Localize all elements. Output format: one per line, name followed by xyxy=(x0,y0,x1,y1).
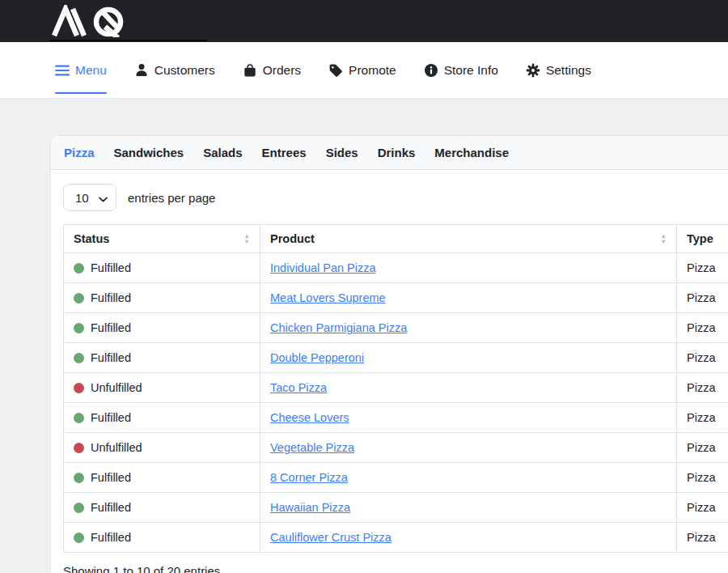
status-dot-icon xyxy=(74,323,84,333)
showing-entries-summary: Showing 1 to 10 of 20 entries xyxy=(63,564,728,573)
tab-drinks[interactable]: Drinks xyxy=(378,146,416,159)
status-dot-icon xyxy=(74,383,84,393)
tab-merchandise[interactable]: Merchandise xyxy=(434,146,509,159)
aiq-logo-icon xyxy=(52,5,139,37)
product-link[interactable]: 8 Corner Pizza xyxy=(270,471,348,484)
product-link[interactable]: Cauliflower Crust Pizza xyxy=(270,531,392,544)
column-label: Status xyxy=(74,232,109,245)
primary-nav: Menu Customers Orders Promote Store Info… xyxy=(0,42,728,99)
tab-sandwiches[interactable]: Sandwiches xyxy=(114,146,184,159)
logo-underline-strip xyxy=(50,40,207,41)
tag-icon xyxy=(328,63,343,78)
nav-item-label: Store Info xyxy=(444,63,498,78)
product-link[interactable]: Individual Pan Pizza xyxy=(270,261,376,274)
nav-item-label: Orders xyxy=(263,63,301,78)
status-label: Unfulfilled xyxy=(91,381,142,394)
status-dot-icon xyxy=(74,353,84,363)
nav-item-customers[interactable]: Customers xyxy=(134,42,215,98)
type-label: Pizza xyxy=(687,381,715,394)
status-dot-icon xyxy=(74,293,84,303)
card-body: 10 entries per page Status▲▼ Product▲ xyxy=(51,170,728,573)
table-row: Fulfilled Double Pepperoni Pizza xyxy=(64,343,728,373)
status-dot-icon xyxy=(74,533,84,543)
sort-icon[interactable]: ▲▼ xyxy=(244,233,250,244)
column-header-product[interactable]: Product▲▼ xyxy=(260,225,677,253)
table-row: Fulfilled Hawaiian Pizza Pizza xyxy=(64,493,728,523)
status-cell: Unfulfilled xyxy=(74,381,250,394)
table-row: Fulfilled Cauliflower Crust Pizza Pizza xyxy=(64,523,728,553)
status-cell: Fulfilled xyxy=(74,351,250,364)
status-cell: Fulfilled xyxy=(74,291,250,304)
status-label: Fulfilled xyxy=(91,411,131,424)
nav-item-promote[interactable]: Promote xyxy=(328,42,396,98)
nav-item-label: Menu xyxy=(75,63,107,78)
tab-pizza[interactable]: Pizza xyxy=(64,146,95,159)
column-label: Product xyxy=(270,232,315,245)
column-header-status[interactable]: Status▲▼ xyxy=(64,225,260,253)
status-cell: Unfulfilled xyxy=(74,441,250,454)
table-row: Fulfilled Individual Pan Pizza Pizza xyxy=(64,253,728,283)
column-header-type[interactable]: Type xyxy=(677,225,728,253)
nav-item-menu[interactable]: Menu xyxy=(55,42,107,98)
sort-icon[interactable]: ▲▼ xyxy=(661,233,667,244)
status-dot-icon xyxy=(74,473,84,483)
product-link[interactable]: Taco Pizza xyxy=(270,381,327,394)
status-dot-icon xyxy=(74,443,84,453)
table-header-row: Status▲▼ Product▲▼ Type xyxy=(64,225,728,253)
status-cell: Fulfilled xyxy=(74,501,250,514)
product-link[interactable]: Chicken Parmigiana Pizza xyxy=(270,321,407,334)
type-label: Pizza xyxy=(687,471,715,484)
product-link[interactable]: Hawaiian Pizza xyxy=(270,501,350,514)
entries-per-page-row: 10 entries per page xyxy=(63,184,728,211)
entries-per-page-select[interactable]: 10 xyxy=(63,184,116,211)
product-link[interactable]: Double Pepperoni xyxy=(270,351,364,364)
product-link[interactable]: Vegetable Pizza xyxy=(270,441,354,454)
status-label: Fulfilled xyxy=(91,501,131,514)
entries-selected-value: 10 xyxy=(75,191,89,205)
nav-item-orders[interactable]: Orders xyxy=(243,42,301,98)
product-link[interactable]: Meat Lovers Supreme xyxy=(270,291,386,304)
table-row: Unfulfilled Taco Pizza Pizza xyxy=(64,373,728,403)
topbar xyxy=(0,0,728,42)
entries-per-page-label: entries per page xyxy=(128,191,215,205)
status-dot-icon xyxy=(74,263,84,274)
nav-item-store-info[interactable]: Store Info xyxy=(424,42,498,98)
type-label: Pizza xyxy=(687,321,715,334)
status-label: Fulfilled xyxy=(91,261,131,274)
table-row: Fulfilled Meat Lovers Supreme Pizza xyxy=(64,283,728,313)
info-icon xyxy=(424,63,438,78)
type-label: Pizza xyxy=(687,411,715,424)
menu-card: Pizza Sandwiches Salads Entrees Sides Dr… xyxy=(50,135,728,573)
chevron-down-icon xyxy=(99,191,108,205)
status-cell: Fulfilled xyxy=(74,471,250,484)
status-label: Fulfilled xyxy=(91,321,131,334)
person-icon xyxy=(134,63,149,78)
status-label: Fulfilled xyxy=(91,471,131,484)
type-label: Pizza xyxy=(687,351,715,364)
type-label: Pizza xyxy=(687,501,715,514)
status-label: Fulfilled xyxy=(91,351,131,364)
type-label: Pizza xyxy=(687,531,715,544)
status-dot-icon xyxy=(74,413,84,423)
table-row: Fulfilled 8 Corner Pizza Pizza xyxy=(64,463,728,493)
table-row: Unfulfilled Vegetable Pizza Pizza xyxy=(64,433,728,463)
brand-logo[interactable] xyxy=(52,5,139,40)
status-label: Fulfilled xyxy=(91,531,131,544)
nav-item-label: Settings xyxy=(546,63,591,78)
gear-icon xyxy=(526,63,540,78)
table-row: Fulfilled Chicken Parmigiana Pizza Pizza xyxy=(64,313,728,343)
nav-item-settings[interactable]: Settings xyxy=(526,42,591,98)
status-cell: Fulfilled xyxy=(74,261,250,274)
type-label: Pizza xyxy=(687,291,715,304)
column-label: Type xyxy=(687,232,713,245)
tab-salads[interactable]: Salads xyxy=(203,146,242,159)
status-label: Unfulfilled xyxy=(91,441,142,454)
category-tabs: Pizza Sandwiches Salads Entrees Sides Dr… xyxy=(51,136,728,170)
type-label: Pizza xyxy=(687,441,715,454)
type-label: Pizza xyxy=(687,261,715,274)
status-cell: Fulfilled xyxy=(74,321,250,334)
product-link[interactable]: Cheese Lovers xyxy=(270,411,349,424)
status-cell: Fulfilled xyxy=(74,411,250,424)
tab-entrees[interactable]: Entrees xyxy=(262,146,307,159)
tab-sides[interactable]: Sides xyxy=(326,146,358,159)
